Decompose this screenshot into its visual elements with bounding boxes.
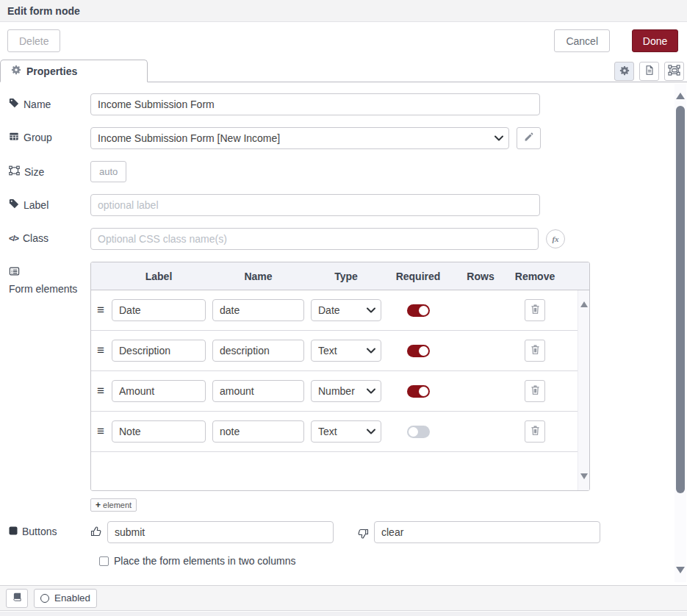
document-icon: [644, 65, 655, 78]
element-row: ≡Text: [91, 331, 578, 371]
required-toggle[interactable]: [407, 426, 430, 438]
trash-icon: [530, 304, 540, 317]
node-help-button[interactable]: [6, 589, 28, 608]
code-icon: </>: [9, 234, 18, 243]
element-type-select[interactable]: Text: [311, 420, 381, 443]
delete-element-button[interactable]: [525, 340, 545, 362]
done-button[interactable]: Done: [632, 29, 678, 52]
elements-table-header: Label Name Type Required Rows Remove: [91, 262, 589, 290]
column-header-label: Label: [112, 271, 206, 282]
delete-element-button[interactable]: [525, 299, 545, 321]
element-label-input[interactable]: [112, 340, 206, 362]
class-row: </> Class fx: [9, 228, 687, 250]
dialog-header: Edit form node: [0, 0, 687, 22]
edit-group-button[interactable]: [517, 127, 541, 149]
enabled-label: Enabled: [54, 592, 90, 604]
column-header-remove: Remove: [506, 271, 564, 282]
buttons-row: Buttons: [9, 521, 687, 543]
delete-button[interactable]: Delete: [7, 29, 60, 52]
group-label: Group: [9, 127, 90, 143]
column-header-type: Type: [311, 271, 381, 282]
two-columns-row: Place the form elements in two columns: [99, 555, 687, 567]
footer-bar: Enabled: [0, 585, 687, 611]
drag-handle-icon[interactable]: ≡: [97, 343, 112, 358]
column-header-required: Required: [381, 271, 455, 282]
form-elements-row: Form elements Label Name Type Required R…: [9, 262, 687, 512]
element-type-select[interactable]: Date: [311, 299, 381, 321]
thumbs-up-icon: [90, 526, 102, 540]
trash-icon: [530, 425, 540, 438]
class-input[interactable]: [90, 228, 539, 250]
drag-handle-icon[interactable]: ≡: [97, 303, 112, 318]
trash-icon: [530, 384, 540, 398]
drag-handle-icon[interactable]: ≡: [97, 384, 112, 398]
name-label: Name: [9, 93, 90, 110]
buttons-label: Buttons: [9, 521, 90, 537]
tab-bar: Properties: [0, 60, 687, 82]
element-label-input[interactable]: [112, 420, 206, 443]
elements-scrollbar[interactable]: [578, 290, 589, 490]
delete-element-button[interactable]: [525, 380, 545, 402]
size-label: Size: [9, 161, 90, 178]
scroll-down-icon[interactable]: [580, 473, 588, 479]
dialog-title: Edit form node: [0, 0, 687, 17]
size-frame-icon: [9, 165, 20, 178]
add-element-button[interactable]: + element: [90, 498, 137, 512]
size-auto-button[interactable]: auto: [90, 161, 126, 182]
scroll-up-icon[interactable]: [676, 93, 685, 99]
element-name-input[interactable]: [212, 420, 304, 443]
element-type-select[interactable]: Text: [311, 340, 381, 362]
required-toggle[interactable]: [407, 385, 430, 398]
required-toggle[interactable]: [407, 304, 430, 317]
trash-icon: [530, 344, 540, 357]
elements-table-body: ≡Date≡Text≡Number≡Text: [91, 290, 589, 490]
submit-button-input[interactable]: [107, 521, 334, 543]
class-label: </> Class: [9, 228, 90, 244]
two-columns-checkbox[interactable]: [99, 556, 109, 566]
table-icon: [9, 132, 19, 143]
gear-icon: [11, 65, 21, 77]
properties-tab-button[interactable]: [614, 62, 634, 81]
scroll-down-icon[interactable]: [676, 567, 685, 573]
list-alt-icon: [9, 266, 20, 279]
pencil-icon: [524, 132, 533, 144]
elements-rows: ≡Date≡Text≡Number≡Text: [91, 290, 578, 490]
scroll-up-icon[interactable]: [580, 301, 588, 307]
name-row: Name: [9, 93, 687, 115]
element-name-input[interactable]: [212, 340, 304, 362]
element-label-input[interactable]: [112, 380, 206, 402]
element-name-input[interactable]: [212, 299, 304, 321]
main-scrollbar[interactable]: [675, 84, 686, 582]
appearance-tab-button[interactable]: [664, 62, 684, 81]
delete-element-button[interactable]: [525, 420, 545, 443]
drag-handle-icon[interactable]: ≡: [97, 424, 112, 439]
element-row: ≡Number: [91, 371, 578, 412]
label-row: Label: [9, 194, 687, 216]
element-label-input[interactable]: [112, 299, 206, 321]
column-header-rows: Rows: [455, 271, 506, 282]
description-tab-button[interactable]: [639, 62, 659, 81]
column-header-name: Name: [212, 271, 304, 282]
cancel-button[interactable]: Cancel: [554, 29, 610, 52]
tab-properties[interactable]: Properties: [0, 60, 148, 82]
group-select[interactable]: Income Submission Form [New Income]: [90, 127, 509, 149]
label-input[interactable]: [90, 194, 540, 216]
dialog-bottom-edge: [0, 612, 687, 616]
element-name-input[interactable]: [212, 380, 304, 402]
enabled-toggle-button[interactable]: Enabled: [34, 589, 97, 608]
elements-table: Label Name Type Required Rows Remove ≡Da…: [90, 262, 590, 491]
square-icon: [9, 526, 18, 537]
fx-expand-button[interactable]: fx: [546, 229, 565, 248]
appearance-frame-icon: [668, 65, 680, 78]
element-row: ≡Text: [91, 412, 578, 452]
clear-button-input[interactable]: [374, 521, 600, 543]
element-row: ≡Date: [91, 290, 578, 331]
dialog-content: Name Group Income Submission Form [New I…: [0, 82, 687, 585]
gear-icon: [619, 65, 630, 78]
element-type-select[interactable]: Number: [311, 380, 381, 402]
thumbs-down-icon: [357, 526, 369, 540]
required-toggle[interactable]: [407, 345, 430, 357]
action-bar: Delete Cancel Done: [0, 22, 687, 60]
name-input[interactable]: [90, 93, 540, 115]
scrollbar-thumb[interactable]: [676, 106, 685, 493]
